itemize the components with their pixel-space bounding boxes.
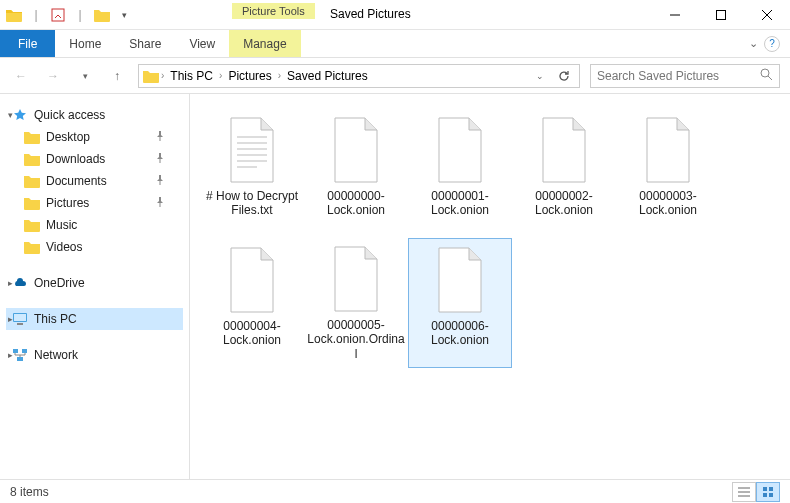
location-folder-icon	[143, 68, 159, 84]
qat-dropdown-icon[interactable]: ▾	[116, 7, 132, 23]
title-bar: | | ▾ Picture Tools Saved Pictures	[0, 0, 790, 30]
back-button[interactable]: ←	[10, 65, 32, 87]
address-bar[interactable]: › This PC › Pictures › Saved Pictures ⌄	[138, 64, 580, 88]
sidebar-onedrive[interactable]: ▸ OneDrive	[6, 272, 183, 294]
sidebar-item-desktop[interactable]: Desktop	[6, 126, 183, 148]
folder-icon	[24, 129, 40, 145]
star-icon	[12, 107, 28, 123]
file-item[interactable]: 00000002-Lock.onion	[512, 108, 616, 238]
svg-rect-10	[13, 349, 18, 353]
chevron-right-icon[interactable]: ▸	[8, 350, 13, 360]
search-box[interactable]: Search Saved Pictures	[590, 64, 780, 88]
network-icon	[12, 347, 28, 363]
folder-icon	[6, 7, 22, 23]
generic-file-icon	[328, 115, 384, 185]
file-item[interactable]: 00000005-Lock.onion.Ordinal	[304, 238, 408, 368]
search-placeholder: Search Saved Pictures	[597, 69, 719, 83]
svg-rect-9	[17, 323, 23, 325]
sidebar-item-documents[interactable]: Documents	[6, 170, 183, 192]
sidebar-item-downloads[interactable]: Downloads	[6, 148, 183, 170]
svg-point-5	[761, 69, 769, 77]
properties-icon[interactable]	[50, 7, 66, 23]
generic-file-icon	[432, 115, 488, 185]
chevron-right-icon[interactable]: ▸	[8, 314, 13, 324]
sidebar-label: Quick access	[34, 108, 105, 122]
chevron-right-icon[interactable]: ▸	[8, 278, 13, 288]
navigation-row: ← → ▾ ↑ › This PC › Pictures › Saved Pic…	[0, 58, 790, 94]
file-name-label: 00000001-Lock.onion	[411, 189, 509, 218]
sidebar-item-videos[interactable]: Videos	[6, 236, 183, 258]
tab-manage[interactable]: Manage	[229, 30, 300, 57]
svg-rect-23	[769, 487, 773, 491]
breadcrumb-pictures[interactable]: Pictures	[224, 69, 275, 83]
tab-home[interactable]: Home	[55, 30, 115, 57]
sidebar-network[interactable]: ▸ Network	[6, 344, 183, 366]
breadcrumb-current[interactable]: Saved Pictures	[283, 69, 372, 83]
details-view-button[interactable]	[732, 482, 756, 502]
svg-line-6	[768, 76, 772, 80]
generic-file-icon	[224, 245, 280, 315]
file-name-label: 00000000-Lock.onion	[307, 189, 405, 218]
forward-button[interactable]: →	[42, 65, 64, 87]
file-item[interactable]: # How to Decrypt Files.txt	[200, 108, 304, 238]
file-name-label: 00000002-Lock.onion	[515, 189, 613, 218]
file-item[interactable]: 00000006-Lock.onion	[408, 238, 512, 368]
close-button[interactable]	[744, 0, 790, 30]
tab-view[interactable]: View	[175, 30, 229, 57]
folder-icon	[24, 195, 40, 211]
folder-icon-small[interactable]	[94, 7, 110, 23]
minimize-button[interactable]	[652, 0, 698, 30]
file-name-label: 00000004-Lock.onion	[203, 319, 301, 348]
sidebar-item-music[interactable]: Music	[6, 214, 183, 236]
sidebar-label: Network	[34, 348, 78, 362]
tab-share[interactable]: Share	[115, 30, 175, 57]
file-name-label: # How to Decrypt Files.txt	[203, 189, 301, 218]
file-item[interactable]: 00000000-Lock.onion	[304, 108, 408, 238]
breadcrumb-caret[interactable]: ›	[159, 70, 166, 81]
contextual-tab-header: Picture Tools	[232, 3, 315, 19]
sidebar-quick-access[interactable]: ▾ Quick access	[6, 104, 183, 126]
folder-icon	[24, 151, 40, 167]
sidebar-item-pictures[interactable]: Pictures	[6, 192, 183, 214]
sidebar-item-label: Videos	[46, 240, 82, 254]
sidebar-this-pc[interactable]: ▸ This PC	[6, 308, 183, 330]
address-history-dropdown[interactable]: ⌄	[529, 65, 551, 87]
up-button[interactable]: ↑	[106, 65, 128, 87]
sidebar-item-label: Documents	[46, 174, 107, 188]
generic-file-icon	[536, 115, 592, 185]
file-item[interactable]: 00000001-Lock.onion	[408, 108, 512, 238]
ribbon-expand-icon[interactable]: ⌄	[749, 37, 758, 50]
ribbon-tabs: File Home Share View Manage ⌄ ?	[0, 30, 790, 58]
file-name-label: 00000006-Lock.onion	[411, 319, 509, 348]
folder-icon	[24, 173, 40, 189]
qat-separator: |	[72, 7, 88, 23]
large-icons-view-button[interactable]	[756, 482, 780, 502]
file-tab[interactable]: File	[0, 30, 55, 57]
search-icon	[760, 68, 773, 84]
file-item[interactable]: 00000004-Lock.onion	[200, 238, 304, 368]
svg-rect-11	[22, 349, 27, 353]
qat-separator: |	[28, 7, 44, 23]
chevron-down-icon[interactable]: ▾	[8, 110, 13, 120]
maximize-button[interactable]	[698, 0, 744, 30]
sidebar-label: OneDrive	[34, 276, 85, 290]
file-item[interactable]: 00000003-Lock.onion	[616, 108, 720, 238]
svg-rect-12	[17, 357, 23, 361]
svg-rect-2	[717, 10, 726, 19]
svg-rect-24	[763, 493, 767, 497]
generic-file-icon	[432, 245, 488, 315]
status-bar: 8 items	[0, 479, 790, 503]
refresh-button[interactable]	[553, 65, 575, 87]
svg-rect-22	[763, 487, 767, 491]
sidebar-item-label: Pictures	[46, 196, 89, 210]
breadcrumb-caret[interactable]: ›	[276, 70, 283, 81]
status-item-count: 8 items	[10, 485, 49, 499]
cloud-icon	[12, 275, 28, 291]
breadcrumb-caret[interactable]: ›	[217, 70, 224, 81]
file-list-pane[interactable]: # How to Decrypt Files.txt00000000-Lock.…	[190, 94, 790, 479]
sidebar-item-label: Downloads	[46, 152, 105, 166]
recent-locations-dropdown[interactable]: ▾	[74, 65, 96, 87]
file-name-label: 00000005-Lock.onion.Ordinal	[307, 318, 405, 361]
help-button[interactable]: ?	[764, 36, 780, 52]
breadcrumb-this-pc[interactable]: This PC	[166, 69, 217, 83]
